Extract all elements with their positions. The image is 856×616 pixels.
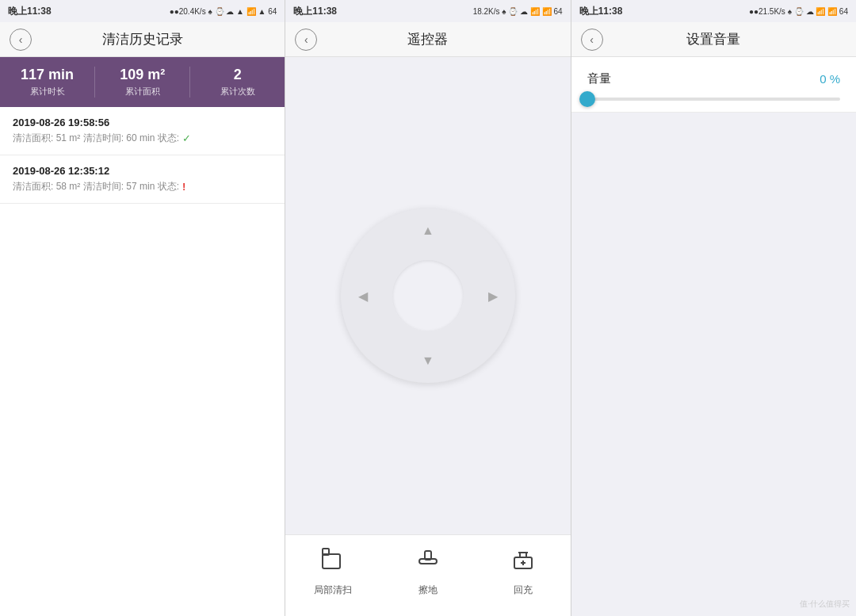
stat-value-area: 109 m² bbox=[120, 67, 165, 84]
status-icons-2: 18.2K/s ♠ ⌚ ☁ 📶 📶 64 bbox=[473, 7, 563, 16]
charge-icon bbox=[510, 548, 537, 579]
watermark: 值·什么值得买 bbox=[800, 599, 850, 610]
volume-percent: 0 % bbox=[820, 72, 840, 86]
status-bar-3: 晚上11:38 ●●21.5K/s ♠ ⌚ ☁ 📶 📶 64 bbox=[571, 0, 856, 22]
volume-slider-track[interactable] bbox=[587, 98, 840, 101]
nav-title-1: 清洁历史记录 bbox=[102, 30, 183, 48]
charge-label: 回充 bbox=[514, 583, 533, 597]
status-icons-1: ●●20.4K/s ♠ ⌚ ☁ ▲ 📶 ▲ 64 bbox=[170, 7, 277, 16]
status-bar-1: 晚上11:38 ●●20.4K/s ♠ ⌚ ☁ ▲ 📶 ▲ 64 bbox=[0, 0, 285, 22]
dpad-down-button[interactable]: ▼ bbox=[412, 345, 444, 377]
volume-label: 音量 bbox=[587, 71, 611, 86]
back-button-1[interactable]: ‹ bbox=[10, 29, 32, 51]
panel-history: 晚上11:38 ●●20.4K/s ♠ ⌚ ☁ ▲ 📶 ▲ 64 ‹ 清洁历史记… bbox=[0, 0, 285, 616]
action-partial-clean[interactable]: 局部清扫 bbox=[285, 548, 380, 597]
time-2: 晚上11:38 bbox=[293, 5, 337, 18]
back-button-3[interactable]: ‹ bbox=[581, 29, 603, 51]
history-entry-1[interactable]: 2019-08-26 19:58:56 清洁面积: 51 m² 清洁时间: 60… bbox=[0, 107, 285, 155]
nav-bar-2: ‹ 遥控器 bbox=[285, 22, 570, 57]
volume-section: 音量 0 % bbox=[571, 57, 856, 113]
partial-clean-label: 局部清扫 bbox=[314, 583, 352, 597]
panel-volume: 晚上11:38 ●●21.5K/s ♠ ⌚ ☁ 📶 📶 64 ‹ 设置音量 音量… bbox=[571, 0, 856, 616]
stat-area: 109 m² 累计面积 bbox=[95, 67, 190, 98]
time-1: 晚上11:38 bbox=[8, 5, 52, 18]
dpad-up-button[interactable]: ▲ bbox=[412, 215, 444, 247]
remote-actions: 局部清扫 擦地 bbox=[285, 534, 570, 616]
history-detail-1: 清洁面积: 51 m² 清洁时间: 60 min 状态: ✓ bbox=[13, 132, 272, 145]
remote-body: ▲ ▼ ◀ ▶ 局部清扫 bbox=[285, 57, 570, 616]
action-charge[interactable]: 回充 bbox=[476, 548, 571, 597]
mop-icon bbox=[415, 548, 441, 579]
stat-label-duration: 累计时长 bbox=[30, 86, 65, 98]
dpad-right-button[interactable]: ▶ bbox=[477, 280, 509, 312]
stat-label-count: 累计次数 bbox=[220, 86, 255, 98]
history-date-2: 2019-08-26 12:35:12 bbox=[13, 165, 272, 177]
panel-remote: 晚上11:38 18.2K/s ♠ ⌚ ☁ 📶 📶 64 ‹ 遥控器 ▲ ▼ ◀… bbox=[285, 0, 571, 616]
history-list: 2019-08-26 19:58:56 清洁面积: 51 m² 清洁时间: 60… bbox=[0, 107, 285, 616]
stat-value-count: 2 bbox=[234, 67, 242, 84]
history-detail-2: 清洁面积: 58 m² 清洁时间: 57 min 状态: ! bbox=[13, 180, 272, 193]
status-icons-3: ●●21.5K/s ♠ ⌚ ☁ 📶 📶 64 bbox=[749, 7, 848, 16]
history-date-1: 2019-08-26 19:58:56 bbox=[13, 117, 272, 128]
dpad-left-button[interactable]: ◀ bbox=[347, 280, 379, 312]
action-mop[interactable]: 擦地 bbox=[380, 548, 476, 597]
stats-bar: 117 min 累计时长 109 m² 累计面积 2 累计次数 bbox=[0, 57, 285, 107]
mop-label: 擦地 bbox=[418, 583, 438, 597]
volume-slider-thumb[interactable] bbox=[579, 91, 595, 107]
stat-duration: 117 min 累计时长 bbox=[0, 67, 95, 98]
stat-count: 2 累计次数 bbox=[190, 67, 285, 98]
status-icon-error-2: ! bbox=[182, 181, 185, 193]
partial-clean-icon bbox=[319, 548, 346, 579]
nav-title-2: 遥控器 bbox=[407, 30, 448, 48]
volume-header: 音量 0 % bbox=[587, 71, 840, 86]
dpad-area: ▲ ▼ ◀ ▶ bbox=[341, 57, 515, 534]
dpad-ring: ▲ ▼ ◀ ▶ bbox=[341, 209, 515, 383]
dpad-center-button[interactable] bbox=[392, 260, 464, 331]
volume-rest-area bbox=[571, 113, 856, 616]
back-button-2[interactable]: ‹ bbox=[295, 29, 317, 51]
stat-value-duration: 117 min bbox=[21, 67, 74, 84]
svg-rect-0 bbox=[323, 554, 340, 568]
history-entry-2[interactable]: 2019-08-26 12:35:12 清洁面积: 58 m² 清洁时间: 57… bbox=[0, 155, 285, 204]
nav-bar-3: ‹ 设置音量 bbox=[571, 22, 856, 57]
nav-title-3: 设置音量 bbox=[686, 30, 740, 48]
status-icon-ok-1: ✓ bbox=[182, 132, 191, 144]
status-bar-2: 晚上11:38 18.2K/s ♠ ⌚ ☁ 📶 📶 64 bbox=[285, 0, 570, 22]
nav-bar-1: ‹ 清洁历史记录 bbox=[0, 22, 285, 57]
stat-label-area: 累计面积 bbox=[125, 86, 160, 98]
time-3: 晚上11:38 bbox=[579, 5, 623, 18]
